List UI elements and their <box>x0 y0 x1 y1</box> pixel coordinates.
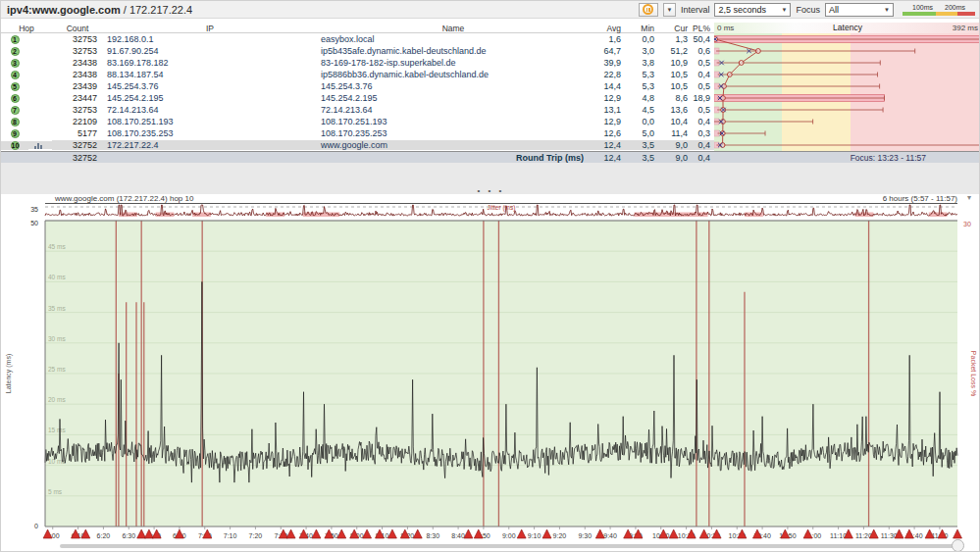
hop-cur: 10,5 <box>658 70 692 79</box>
hop-ip: 192.168.0.1 <box>103 34 317 44</box>
hop-ip: 88.134.187.54 <box>103 70 317 79</box>
svg-text:25 ms: 25 ms <box>48 366 66 373</box>
hop-min: 5,3 <box>625 70 658 79</box>
col-header-hop[interactable]: Hop <box>1 24 52 33</box>
hop-cur: 13,6 <box>658 105 692 115</box>
hop-count: 32752 <box>52 140 103 150</box>
hop-ip: 91.67.90.254 <box>103 46 317 56</box>
pause-icon <box>643 4 653 15</box>
hop-latency-cell <box>714 80 980 92</box>
hop-latency-cell <box>714 33 980 45</box>
interval-label: Interval <box>681 5 710 15</box>
svg-text:6:20: 6:20 <box>97 532 111 539</box>
hop-name: 108.170.251.193 <box>317 117 590 126</box>
col-header-pl[interactable]: PL% <box>692 24 714 33</box>
collapse-chevron-icon[interactable]: ▾ <box>967 193 971 202</box>
table-row[interactable]: 7 32753 72.14.213.64 72.14.213.64 13,1 4… <box>1 104 980 116</box>
hop-ip: 108.170.235.253 <box>103 128 317 138</box>
timeline-chart[interactable]: 5 ms10 ms15 ms20 ms25 ms30 ms35 ms40 ms4… <box>1 203 980 542</box>
table-row[interactable]: 10 32752 172.217.22.4 www.google.com 12,… <box>1 139 980 151</box>
table-row[interactable]: 2 32753 91.67.90.254 ip5b435afe.dynamic.… <box>1 45 980 57</box>
col-header-cur[interactable]: Cur <box>658 24 692 33</box>
col-header-count[interactable]: Count <box>52 24 103 33</box>
pause-menu-caret[interactable]: ▼ <box>663 3 676 17</box>
table-row[interactable]: 9 5177 108.170.235.253 108.170.235.253 1… <box>1 127 980 139</box>
panel-divider-band: • • • <box>1 163 980 194</box>
svg-text:9:40: 9:40 <box>603 532 617 539</box>
svg-text:5 ms: 5 ms <box>48 488 63 495</box>
svg-text:6:30: 6:30 <box>122 532 135 539</box>
svg-text:45 ms: 45 ms <box>48 243 66 250</box>
focus-time-range: Focus: 13:23 - 11:57 <box>714 153 980 163</box>
svg-text:9:10: 9:10 <box>528 532 542 539</box>
col-header-avg[interactable]: Avg <box>590 24 625 33</box>
svg-text:15 ms: 15 ms <box>48 427 66 433</box>
svg-text:50: 50 <box>30 220 38 226</box>
hop-min: 5,0 <box>625 128 658 138</box>
col-header-latency[interactable]: 0 ms Latency 392 ms <box>714 23 980 33</box>
hop-name: 83-169-178-182-isp.superkabel.de <box>317 58 590 68</box>
hop-pl: 0,4 <box>692 70 714 79</box>
col-header-ip[interactable]: IP <box>103 24 317 33</box>
svg-text:30 ms: 30 ms <box>48 335 66 342</box>
hop-number-badge: 6 <box>11 94 20 103</box>
hop-pl: 0,3 <box>692 128 714 138</box>
timeline-title: www.google.com (172.217.22.4) hop 10 <box>55 194 193 203</box>
table-row[interactable]: 1 32753 192.168.0.1 easybox.local 1,6 0,… <box>1 33 980 45</box>
hop-number-badge: 8 <box>11 118 20 126</box>
svg-text:35 ms: 35 ms <box>48 305 66 312</box>
svg-text:40 ms: 40 ms <box>48 274 66 280</box>
hop-count: 5177 <box>52 128 103 138</box>
hop-name: ip5886bb36.dynamic.kabel-deutschland.de <box>317 70 590 79</box>
interval-select[interactable]: 2,5 seconds ▼ <box>714 3 791 17</box>
hop-avg: 12,4 <box>590 140 625 150</box>
svg-text:Packet Loss %: Packet Loss % <box>970 351 977 396</box>
hop-count: 23438 <box>52 70 103 79</box>
focus-select[interactable]: All ▼ <box>825 3 894 17</box>
hop-pl: 0,5 <box>692 105 714 115</box>
hop-number-badge: 3 <box>11 59 20 68</box>
hop-number-badge: 7 <box>11 106 20 115</box>
target-host: ipv4:www.google.com <box>7 4 121 16</box>
horizontal-scrollbar[interactable] <box>60 544 957 548</box>
hop-count: 22109 <box>52 117 103 126</box>
hop-avg: 12,9 <box>590 117 625 126</box>
svg-text:Jitter (ms): Jitter (ms) <box>488 204 516 212</box>
hop-count: 32753 <box>52 34 103 44</box>
hop-latency-cell <box>714 139 980 151</box>
hop-min: 4,5 <box>625 105 658 115</box>
legend-100ms: 100ms <box>912 4 933 11</box>
hop-count: 23438 <box>52 58 103 68</box>
table-row[interactable]: 8 22109 108.170.251.193 108.170.251.193 … <box>1 116 980 127</box>
table-header-row: Hop Count IP Name Avg Min Cur PL% 0 ms L… <box>1 23 980 33</box>
scrollbar-thumb[interactable] <box>952 539 964 552</box>
col-header-name[interactable]: Name <box>317 24 590 33</box>
hop-number-badge: 5 <box>11 82 20 91</box>
hop-name: easybox.local <box>317 34 590 44</box>
svg-text:8:40: 8:40 <box>451 532 465 539</box>
table-row[interactable]: 3 23438 83.169.178.182 83-169-178-182-is… <box>1 57 980 69</box>
hop-cur: 1,3 <box>658 34 692 44</box>
hop-number-badge: 9 <box>11 129 20 138</box>
hop-latency-cell <box>714 104 980 116</box>
table-row[interactable]: 6 23447 145.254.2.195 145.254.2.195 12,9… <box>1 92 980 104</box>
pause-button[interactable] <box>639 3 658 17</box>
hop-cur: 10,4 <box>658 117 692 126</box>
hop-avg: 14,4 <box>590 81 625 91</box>
hop-avg: 39,9 <box>590 58 625 68</box>
svg-text:9:30: 9:30 <box>578 532 592 539</box>
svg-text:10 ms: 10 ms <box>48 458 66 465</box>
table-row[interactable]: 4 23438 88.134.187.54 ip5886bb36.dynamic… <box>1 69 980 80</box>
summary-min: 3,5 <box>625 153 658 163</box>
hop-min: 3,0 <box>625 46 658 56</box>
hop-ip: 145.254.2.195 <box>103 93 317 103</box>
hop-min: 3,8 <box>625 58 658 68</box>
hop-number-badge: 2 <box>11 47 20 56</box>
hop-ip: 72.14.213.64 <box>103 105 317 115</box>
table-row[interactable]: 5 23439 145.254.3.76 145.254.3.76 14,4 5… <box>1 80 980 92</box>
hop-avg: 12,6 <box>590 128 625 138</box>
summary-avg: 12,4 <box>590 153 625 163</box>
col-header-min[interactable]: Min <box>625 24 658 33</box>
hop-ip: 145.254.3.76 <box>103 81 317 91</box>
timeline-range-selector[interactable]: 6 hours (5:57 - 11:57) <box>883 194 957 203</box>
